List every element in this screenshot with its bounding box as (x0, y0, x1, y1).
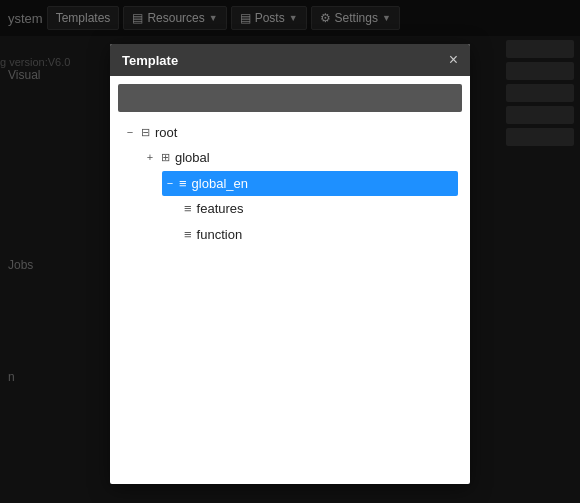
modal-title: Template (122, 53, 178, 68)
root-label: root (155, 121, 177, 144)
root-folder-icon (141, 122, 150, 144)
function-doc-icon (184, 223, 192, 247)
modal-close-button[interactable]: × (449, 52, 458, 68)
template-modal: Template × − root + global (110, 44, 470, 484)
modal-overlay: Template × − root + global (0, 0, 580, 503)
tree-function[interactable]: function (182, 222, 458, 248)
global-toggle-icon: + (144, 148, 156, 168)
global-folder-icon (161, 147, 170, 169)
global-en-label: global_en (192, 172, 248, 195)
tree-features[interactable]: features (182, 196, 458, 222)
global-children: − global_en features (142, 171, 458, 248)
global-en-children: features function (162, 196, 458, 247)
tree-global-en[interactable]: − global_en (162, 171, 458, 197)
features-label: features (197, 197, 244, 220)
global-en-toggle-icon: − (164, 174, 176, 194)
modal-toolbar (118, 84, 462, 112)
tree-root[interactable]: − root (122, 120, 458, 145)
file-tree: − root + global − (122, 120, 458, 248)
global-label: global (175, 146, 210, 169)
root-toggle-icon: − (124, 123, 136, 143)
global-en-doc-icon (179, 172, 187, 196)
function-label: function (197, 223, 243, 246)
modal-header: Template × (110, 44, 470, 76)
root-children: + global − global_en (122, 145, 458, 247)
features-doc-icon (184, 197, 192, 221)
modal-body: − root + global − (110, 116, 470, 484)
tree-global[interactable]: + global (142, 145, 458, 170)
